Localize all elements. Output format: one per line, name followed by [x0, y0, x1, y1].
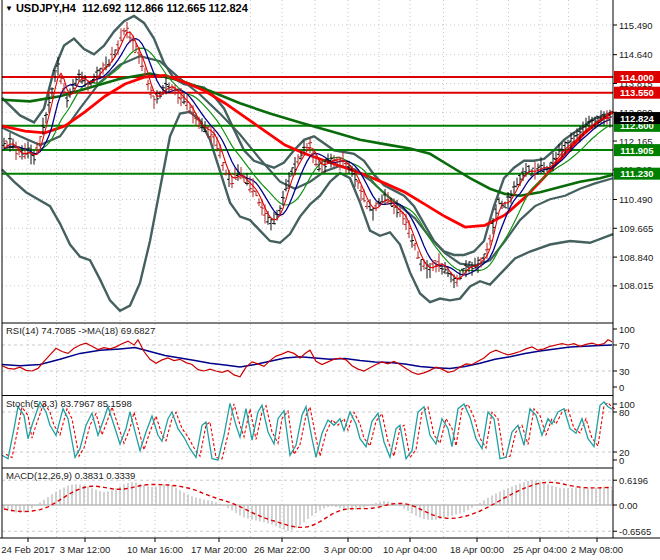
- x-axis-label: 10 Mar 16:00: [127, 544, 183, 555]
- stoch-axis-label: 0: [619, 455, 624, 466]
- macd-axis-label: 0.6196: [619, 475, 648, 486]
- macd-axis-label: 0.00: [619, 500, 638, 511]
- stoch-axis-label: 80: [619, 407, 630, 418]
- support-price-badge-label: 111.905: [620, 145, 654, 156]
- rsi-axis-label: 100: [619, 324, 635, 335]
- price-axis-label: 108.015: [619, 280, 653, 291]
- price-axis-label: 110.490: [619, 194, 653, 205]
- x-axis-label: 3 Apr 00:00: [324, 544, 373, 555]
- x-axis-label: 26 Mar 22:00: [254, 544, 310, 555]
- current-price-badge-label: 112.824: [620, 113, 655, 124]
- resistance-price-badge-label: 113.550: [620, 87, 654, 98]
- price-axis-label: 115.490: [619, 20, 653, 31]
- resistance-price-badge-label: 114.000: [620, 72, 654, 83]
- x-axis-label: 3 Mar 12:00: [60, 544, 111, 555]
- support-price-badge-label: 111.230: [620, 168, 653, 179]
- x-axis-label: 24 Feb 2017: [1, 544, 54, 555]
- trading-chart-window[interactable]: 115.490114.640113.815112.990112.165111.3…: [0, 0, 660, 560]
- x-axis-label: 18 Apr 00:00: [450, 544, 504, 555]
- x-axis-label: 2 May 08:00: [571, 544, 623, 555]
- chart-canvas[interactable]: 115.490114.640113.815112.990112.165111.3…: [0, 0, 660, 560]
- x-axis-label: 17 Mar 20:00: [191, 544, 247, 555]
- price-axis-label: 114.640: [619, 49, 653, 60]
- x-axis-label: 10 Apr 04:00: [383, 544, 437, 555]
- price-axis-label: 108.840: [619, 252, 653, 263]
- x-axis-label: 25 Apr 04:00: [513, 544, 567, 555]
- rsi-axis-label: 70: [619, 340, 630, 351]
- rsi-axis-label: 0: [619, 382, 624, 393]
- rsi-axis-label: 30: [619, 366, 630, 377]
- price-axis-label: 109.665: [619, 223, 653, 234]
- macd-axis-label: -0.6565: [619, 526, 651, 537]
